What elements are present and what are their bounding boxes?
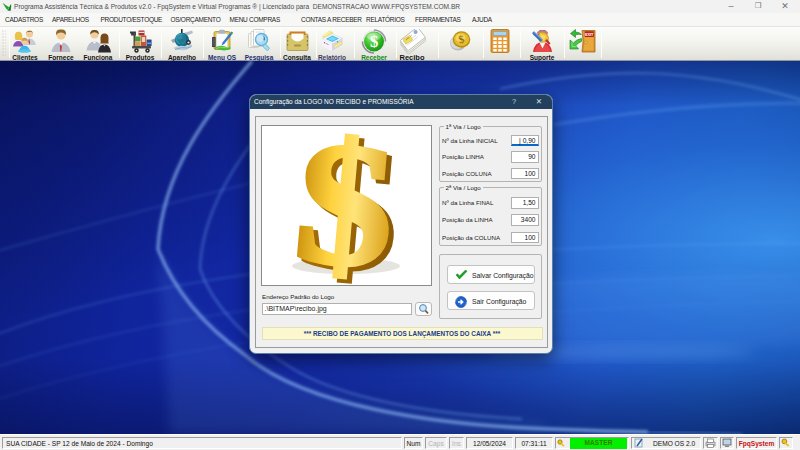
svg-text:EXIT: EXIT (585, 33, 594, 37)
svg-text:$: $ (288, 126, 401, 285)
svg-text:$: $ (370, 32, 378, 51)
